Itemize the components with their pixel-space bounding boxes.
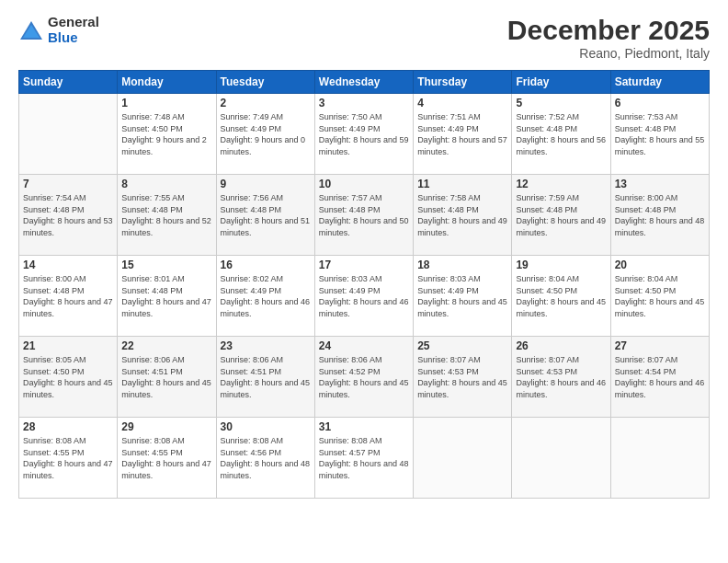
calendar-cell: 27Sunrise: 8:07 AMSunset: 4:54 PMDayligh…	[610, 337, 709, 418]
day-info: Sunrise: 8:06 AMSunset: 4:51 PMDaylight:…	[121, 354, 211, 400]
day-number: 10	[319, 178, 409, 190]
calendar-cell: 8Sunrise: 7:55 AMSunset: 4:48 PMDaylight…	[118, 175, 216, 256]
day-info: Sunrise: 8:08 AMSunset: 4:57 PMDaylight:…	[319, 435, 409, 481]
calendar-cell: 26Sunrise: 8:07 AMSunset: 4:53 PMDayligh…	[512, 337, 610, 418]
col-header-thursday: Thursday	[414, 71, 512, 94]
day-info: Sunrise: 7:55 AMSunset: 4:48 PMDaylight:…	[121, 192, 211, 238]
calendar-cell	[414, 418, 512, 499]
calendar-cell: 20Sunrise: 8:04 AMSunset: 4:50 PMDayligh…	[610, 256, 709, 337]
day-info: Sunrise: 8:08 AMSunset: 4:56 PMDaylight:…	[221, 435, 311, 481]
col-header-friday: Friday	[512, 71, 610, 94]
day-info: Sunrise: 8:08 AMSunset: 4:55 PMDaylight:…	[121, 435, 211, 481]
day-number: 23	[221, 339, 311, 352]
calendar-cell: 12Sunrise: 7:59 AMSunset: 4:48 PMDayligh…	[512, 175, 610, 256]
day-number: 24	[319, 339, 409, 352]
day-info: Sunrise: 7:49 AMSunset: 4:49 PMDaylight:…	[221, 111, 311, 157]
day-number: 31	[319, 420, 409, 433]
day-number: 9	[221, 178, 311, 190]
day-number: 6	[615, 97, 705, 109]
day-number: 28	[23, 420, 113, 433]
day-info: Sunrise: 8:07 AMSunset: 4:53 PMDaylight:…	[417, 354, 507, 400]
calendar-cell	[512, 418, 610, 499]
day-info: Sunrise: 8:00 AMSunset: 4:48 PMDaylight:…	[615, 192, 705, 238]
col-header-monday: Monday	[118, 71, 216, 94]
day-number: 14	[23, 259, 113, 271]
day-number: 22	[121, 339, 211, 352]
calendar-cell: 17Sunrise: 8:03 AMSunset: 4:49 PMDayligh…	[314, 256, 413, 337]
calendar-cell: 19Sunrise: 8:04 AMSunset: 4:50 PMDayligh…	[512, 256, 610, 337]
calendar-table: SundayMondayTuesdayWednesdayThursdayFrid…	[18, 70, 710, 499]
calendar-cell: 13Sunrise: 8:00 AMSunset: 4:48 PMDayligh…	[610, 175, 709, 256]
col-header-sunday: Sunday	[19, 71, 118, 94]
logo-icon	[18, 17, 44, 43]
calendar-cell: 9Sunrise: 7:56 AMSunset: 4:48 PMDaylight…	[216, 175, 314, 256]
calendar-cell: 24Sunrise: 8:06 AMSunset: 4:52 PMDayligh…	[314, 337, 413, 418]
calendar-cell: 11Sunrise: 7:58 AMSunset: 4:48 PMDayligh…	[414, 175, 512, 256]
day-info: Sunrise: 7:51 AMSunset: 4:49 PMDaylight:…	[417, 111, 507, 157]
day-number: 18	[417, 259, 507, 271]
logo-blue-text: Blue	[48, 30, 99, 46]
day-number: 25	[417, 339, 507, 352]
day-info: Sunrise: 7:50 AMSunset: 4:49 PMDaylight:…	[319, 111, 409, 157]
calendar-cell: 2Sunrise: 7:49 AMSunset: 4:49 PMDaylight…	[216, 94, 314, 175]
day-number: 2	[221, 97, 311, 109]
day-info: Sunrise: 8:06 AMSunset: 4:52 PMDaylight:…	[319, 354, 409, 400]
day-number: 5	[516, 97, 606, 109]
day-number: 15	[121, 259, 211, 271]
day-info: Sunrise: 7:59 AMSunset: 4:48 PMDaylight:…	[516, 192, 606, 238]
calendar-week-row: 7Sunrise: 7:54 AMSunset: 4:48 PMDaylight…	[19, 175, 710, 256]
logo-text: General Blue	[48, 15, 99, 45]
day-number: 21	[23, 339, 113, 352]
calendar-cell	[610, 418, 709, 499]
calendar-cell: 23Sunrise: 8:06 AMSunset: 4:51 PMDayligh…	[216, 337, 314, 418]
day-number: 1	[121, 97, 211, 109]
location-subtitle: Reano, Piedmont, Italy	[507, 46, 710, 61]
day-number: 3	[319, 97, 409, 109]
calendar-cell: 22Sunrise: 8:06 AMSunset: 4:51 PMDayligh…	[118, 337, 216, 418]
calendar-cell: 14Sunrise: 8:00 AMSunset: 4:48 PMDayligh…	[19, 256, 118, 337]
day-number: 11	[417, 178, 507, 190]
calendar-cell: 10Sunrise: 7:57 AMSunset: 4:48 PMDayligh…	[314, 175, 413, 256]
day-info: Sunrise: 7:53 AMSunset: 4:48 PMDaylight:…	[615, 111, 705, 157]
calendar-cell: 25Sunrise: 8:07 AMSunset: 4:53 PMDayligh…	[414, 337, 512, 418]
title-area: December 2025 Reano, Piedmont, Italy	[507, 15, 710, 61]
calendar-cell: 4Sunrise: 7:51 AMSunset: 4:49 PMDaylight…	[414, 94, 512, 175]
col-header-tuesday: Tuesday	[216, 71, 314, 94]
calendar-cell: 28Sunrise: 8:08 AMSunset: 4:55 PMDayligh…	[19, 418, 118, 499]
calendar-cell: 7Sunrise: 7:54 AMSunset: 4:48 PMDaylight…	[19, 175, 118, 256]
day-number: 12	[516, 178, 606, 190]
day-number: 26	[516, 339, 606, 352]
day-number: 30	[221, 420, 311, 433]
calendar-cell: 1Sunrise: 7:48 AMSunset: 4:50 PMDaylight…	[118, 94, 216, 175]
day-info: Sunrise: 7:48 AMSunset: 4:50 PMDaylight:…	[121, 111, 211, 157]
day-info: Sunrise: 7:56 AMSunset: 4:48 PMDaylight:…	[221, 192, 311, 238]
logo-general-text: General	[48, 15, 99, 30]
day-number: 29	[121, 420, 211, 433]
day-info: Sunrise: 7:54 AMSunset: 4:48 PMDaylight:…	[23, 192, 113, 238]
calendar-cell: 3Sunrise: 7:50 AMSunset: 4:49 PMDaylight…	[314, 94, 413, 175]
day-info: Sunrise: 8:08 AMSunset: 4:55 PMDaylight:…	[23, 435, 113, 481]
calendar-cell: 30Sunrise: 8:08 AMSunset: 4:56 PMDayligh…	[216, 418, 314, 499]
day-number: 8	[121, 178, 211, 190]
day-info: Sunrise: 8:07 AMSunset: 4:53 PMDaylight:…	[516, 354, 606, 400]
day-info: Sunrise: 8:03 AMSunset: 4:49 PMDaylight:…	[319, 273, 409, 319]
day-number: 19	[516, 259, 606, 271]
calendar-cell: 16Sunrise: 8:02 AMSunset: 4:49 PMDayligh…	[216, 256, 314, 337]
day-info: Sunrise: 8:05 AMSunset: 4:50 PMDaylight:…	[23, 354, 113, 400]
day-info: Sunrise: 8:04 AMSunset: 4:50 PMDaylight:…	[615, 273, 705, 319]
day-number: 27	[615, 339, 705, 352]
day-info: Sunrise: 8:02 AMSunset: 4:49 PMDaylight:…	[221, 273, 311, 319]
day-info: Sunrise: 8:04 AMSunset: 4:50 PMDaylight:…	[516, 273, 606, 319]
col-header-wednesday: Wednesday	[314, 71, 413, 94]
day-number: 13	[615, 178, 705, 190]
calendar-header-row: SundayMondayTuesdayWednesdayThursdayFrid…	[19, 71, 710, 94]
calendar-week-row: 14Sunrise: 8:00 AMSunset: 4:48 PMDayligh…	[19, 256, 710, 337]
day-number: 17	[319, 259, 409, 271]
day-number: 16	[221, 259, 311, 271]
calendar-cell: 29Sunrise: 8:08 AMSunset: 4:55 PMDayligh…	[118, 418, 216, 499]
day-info: Sunrise: 8:01 AMSunset: 4:48 PMDaylight:…	[121, 273, 211, 319]
day-info: Sunrise: 8:03 AMSunset: 4:49 PMDaylight:…	[417, 273, 507, 319]
day-number: 4	[417, 97, 507, 109]
calendar-cell: 5Sunrise: 7:52 AMSunset: 4:48 PMDaylight…	[512, 94, 610, 175]
day-info: Sunrise: 7:52 AMSunset: 4:48 PMDaylight:…	[516, 111, 606, 157]
